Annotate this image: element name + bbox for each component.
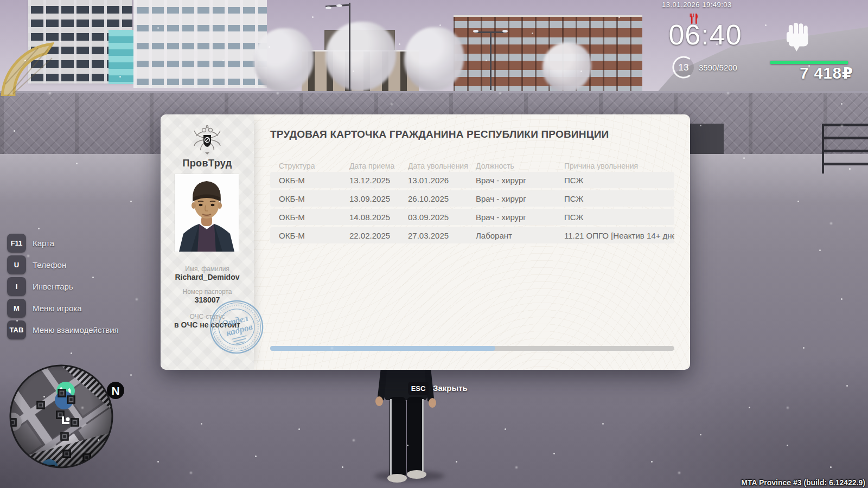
col-header: Причина увольнения (564, 162, 674, 170)
railing (822, 124, 868, 174)
key-badge: U (7, 255, 26, 274)
street-lamp-arm (475, 31, 506, 33)
cell-reason: 11.21 ОПГО [Неактив 14+ дней] (564, 231, 674, 240)
minimap-map (2, 359, 127, 474)
table-header: Структура Дата приема Дата увольнения До… (270, 162, 674, 170)
hud-datetime: 13.01.2026 19:49:03 (662, 1, 732, 9)
cell-hire-date: 22.02.2025 (349, 231, 408, 240)
level-ring: 13 (671, 55, 696, 80)
table-row: ОКБ-М 22.02.2025 27.03.2025 Лаборант 11.… (270, 227, 674, 243)
cell-position: Лаборант (476, 231, 564, 240)
hud-experience: 3590/5200 (699, 63, 737, 72)
minimap[interactable]: N (2, 359, 127, 474)
cell-structure: ОКБ-М (279, 213, 349, 222)
key-badge: TAB (7, 320, 26, 339)
citizen-photo (175, 174, 239, 252)
hotkey-interaction-menu: TAB Меню взаимодействия (7, 320, 119, 339)
level-value: 13 (679, 62, 689, 73)
horizontal-scrollbar[interactable] (270, 346, 674, 351)
cell-fire-date: 27.03.2025 (408, 231, 476, 240)
cell-reason: ПСЖ (564, 213, 674, 222)
cell-reason: ПСЖ (564, 176, 674, 185)
cell-fire-date: 03.09.2025 (408, 213, 476, 222)
esc-key-badge[interactable]: ESC (408, 382, 429, 395)
key-badge: M (7, 299, 26, 318)
key-badge: F11 (7, 234, 26, 253)
dialog-title: ТРУДОВАЯ КАРТОЧКА ГРАЖДАНИНА РЕСПУБЛИКИ … (270, 129, 609, 140)
cell-position: Врач - хирург (476, 176, 564, 185)
cell-hire-date: 14.08.2025 (349, 213, 408, 222)
hud-money: 7 418₽ (800, 64, 853, 82)
cell-reason: ПСЖ (564, 194, 674, 203)
building (133, 0, 267, 88)
game-screen: N F11 Карта U Телефон I Инвентарь M Меню… (0, 0, 868, 488)
hotkey-inventory: I Инвентарь (7, 277, 119, 296)
org-name: ПровТруд (161, 158, 254, 169)
col-header: Структура (279, 162, 349, 170)
cell-hire-date: 13.09.2025 (349, 194, 408, 203)
compass-north-icon: N (107, 382, 124, 399)
cell-fire-date: 26.10.2025 (408, 194, 476, 203)
labor-card-dialog: ПровТруд (161, 114, 690, 370)
building-glass (108, 30, 133, 84)
cell-hire-date: 13.12.2025 (349, 176, 408, 185)
hotkey-label: Меню взаимодействия (33, 325, 119, 335)
hud-clock: 06:40 (665, 18, 746, 51)
cell-fire-date: 13.01.2026 (408, 176, 476, 185)
server-watermark: MTA Province #3 (build: 6.12422.9) (741, 478, 865, 487)
col-header: Дата приема (349, 162, 408, 170)
lamp-head (336, 4, 342, 7)
table-row: ОКБ-М 13.12.2025 13.01.2026 Врач - хирур… (270, 172, 674, 188)
table-row: ОКБ-М 14.08.2025 03.09.2025 Врач - хирур… (270, 209, 674, 225)
street-lamp (349, 3, 350, 91)
key-badge: I (7, 277, 26, 296)
coat-of-arms-icon (161, 123, 254, 156)
hotkey-label: Телефон (33, 260, 66, 269)
hotkey-phone: U Телефон (7, 255, 119, 274)
hotkey-label: Меню игрока (33, 304, 81, 313)
hotkey-map: F11 Карта (7, 234, 119, 253)
lamp-head (326, 7, 331, 9)
hotkey-player-menu: M Меню игрока (7, 299, 119, 318)
passport-label: Номер паспорта (161, 288, 254, 296)
hotkey-label: Инвентарь (33, 282, 73, 291)
gold-fan-structure (0, 30, 54, 96)
table-row: ОКБ-М 13.09.2025 26.10.2025 Врач - хирур… (270, 190, 674, 207)
hotkey-label: Карта (33, 239, 54, 248)
svg-text:N: N (111, 384, 119, 397)
raised-fist-icon (786, 21, 810, 52)
close-button[interactable]: Закрыть (433, 383, 468, 393)
name-value: Richard_Demidov (161, 273, 254, 281)
col-header: Должность (476, 162, 564, 170)
lamp-head (473, 30, 478, 33)
col-header: Дата увольнения (408, 162, 476, 170)
street-lamp (490, 31, 492, 90)
cell-position: Врач - хирург (476, 194, 564, 203)
lamp-head (502, 30, 508, 33)
cell-structure: ОКБ-М (279, 176, 349, 185)
cell-structure: ОКБ-М (279, 194, 349, 203)
cell-position: Врач - хирург (476, 213, 564, 222)
cell-structure: ОКБ-М (279, 231, 349, 240)
scrollbar-thumb[interactable] (270, 346, 495, 351)
hotkey-hints: F11 Карта U Телефон I Инвентарь M Меню и… (7, 234, 119, 342)
wall-opening (690, 124, 724, 155)
name-label: Имя, фамилия (161, 265, 254, 273)
